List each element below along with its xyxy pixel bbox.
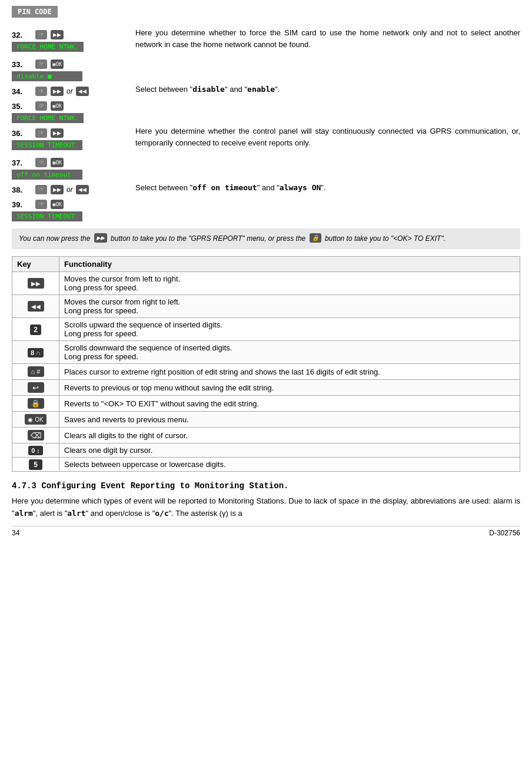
hand-icon-34: ☞ xyxy=(35,87,47,96)
func-cell-ok: Saves and reverts to previous menu. xyxy=(59,412,520,428)
step-35-screen: FORCE HOME NTWK. xyxy=(12,112,129,124)
step-34-num-row: 34. ☞ or xyxy=(12,86,129,96)
table-row: 8 ∩ Scrolls downward the sequence of ins… xyxy=(12,341,520,364)
table-row: ⌂ # Places cursor to extreme right posit… xyxy=(12,364,520,380)
step-34-num: 34. xyxy=(12,86,32,96)
table-row: 2 Scrolls upward the sequence of inserte… xyxy=(12,318,520,341)
key-icon-8[interactable]: 8 ∩ xyxy=(28,348,44,357)
arrow-right-note[interactable] xyxy=(94,233,107,243)
step-36-group: 36. ☞ SESSION TIMEOUT Here you determine… xyxy=(12,125,520,151)
step-36-desc: Here you determine whether the control p… xyxy=(129,125,520,151)
note-text-part3: button to take you to "<OK> TO EXIT". xyxy=(325,233,445,244)
table-header-functionality: Functionality xyxy=(59,257,520,272)
step-35-num: 35. xyxy=(12,101,32,111)
step-32-group: 32. ☞ FORCE HOME NTWK. Here you determin… xyxy=(12,27,520,53)
ok-icon-39[interactable]: ◉OK xyxy=(51,200,64,209)
step-32-left: 32. ☞ FORCE HOME NTWK. xyxy=(12,27,129,53)
step-39-num: 39. xyxy=(12,199,32,209)
page-number: 34 xyxy=(12,529,19,537)
step-37-left: 37. ☞ ◉OK off on timeout xyxy=(12,155,129,181)
section-heading: 4.7.3 Configuring Event Reporting to Mon… xyxy=(12,481,520,491)
func-cell-0: Clears one digit by cursor. xyxy=(59,443,520,458)
ok-icon-33[interactable]: ◉OK xyxy=(51,59,64,69)
table-row: 0 ↕ Clears one digit by cursor. xyxy=(12,443,520,458)
func-cell-5: Selects between uppercase or lowercase d… xyxy=(59,458,520,472)
arrow-right-icon-36[interactable] xyxy=(51,128,64,138)
step-33-group: 33. ☞ ◉OK disable ■ xyxy=(12,57,520,82)
hand-icon-33: ☞ xyxy=(35,59,47,69)
table-header-key: Key xyxy=(12,257,59,272)
step-37-num: 37. xyxy=(12,157,32,167)
step-34-left: 34. ☞ or xyxy=(12,84,129,97)
key-cell-0: 0 ↕ xyxy=(12,443,59,458)
note-text-part2: button to take you to the "GPRS REPORT" … xyxy=(111,233,305,244)
arrow-right-icon-38[interactable] xyxy=(51,185,64,194)
ok-icon-35[interactable]: ◉OK xyxy=(51,101,64,111)
key-cell-hash: ⌂ # xyxy=(12,364,59,380)
key-icon-ok[interactable]: ◉ OK xyxy=(25,414,46,425)
func-cell-hash: Places cursor to extreme right position … xyxy=(59,364,520,380)
key-icon-back[interactable]: ↩ xyxy=(28,382,44,393)
lock-icon-note[interactable]: 🔒 xyxy=(310,233,321,243)
step-36-left: 36. ☞ SESSION TIMEOUT xyxy=(12,125,129,151)
ok-icon-37[interactable]: ◉OK xyxy=(51,158,64,167)
arrow-right-icon-34[interactable] xyxy=(51,87,64,96)
hand-icon-32: ☞ xyxy=(35,30,47,39)
step-33-num: 33. xyxy=(12,59,32,69)
hand-icon-38: ☞ xyxy=(35,185,47,194)
arrow-left-icon-38[interactable] xyxy=(76,185,89,194)
table-row: ⌫ Clears all digits to the right of curs… xyxy=(12,428,520,443)
key-cell-8: 8 ∩ xyxy=(12,341,59,364)
step-38-desc: Select between "off on timeout" and "alw… xyxy=(129,182,520,196)
or-label-38: or xyxy=(66,186,73,194)
func-cell-clear-right: Clears all digits to the right of cursor… xyxy=(59,428,520,443)
func-cell-8: Scrolls downward the sequence of inserte… xyxy=(59,341,520,364)
key-icon-hash[interactable]: ⌂ # xyxy=(28,366,44,377)
key-cell-back: ↩ xyxy=(12,380,59,396)
step-38-num-row: 38. ☞ or xyxy=(12,184,129,194)
step-38-left: 38. ☞ or xyxy=(12,182,129,196)
step-37-num-row: 37. ☞ ◉OK xyxy=(12,157,129,167)
table-row: ◀◀ Moves the cursor from right to left.L… xyxy=(12,295,520,318)
step-33-left: 33. ☞ ◉OK disable ■ xyxy=(12,57,129,82)
key-icon-arrow-right[interactable]: ▶▶ xyxy=(28,278,44,289)
key-icon-2[interactable]: 2 xyxy=(30,324,41,335)
key-icon-arrow-left[interactable]: ◀◀ xyxy=(28,301,44,312)
key-cell-clear-right: ⌫ xyxy=(12,428,59,443)
table-row: 🔒 Reverts to "<OK> TO EXIT" without savi… xyxy=(12,396,520,412)
step-38-num: 38. xyxy=(12,184,32,194)
key-cell-lock: 🔒 xyxy=(12,396,59,412)
step-32-num-row: 32. ☞ xyxy=(12,29,129,39)
step-32-screen: FORCE HOME NTWK. xyxy=(12,41,129,53)
func-cell-back: Reverts to previous or top menu without … xyxy=(59,380,520,396)
step-39-group: 39. ☞ ◉OK SESSION TIMEOUT xyxy=(12,197,520,223)
footer-row: 34 D-302756 xyxy=(12,526,520,537)
step-33-num-row: 33. ☞ ◉OK xyxy=(12,59,129,69)
key-icon-clear-right[interactable]: ⌫ xyxy=(28,430,44,441)
note-box: You can now press the button to take you… xyxy=(12,228,520,249)
step-34-group: 34. ☞ or Select between "disable" and "e… xyxy=(12,84,520,97)
table-row: ↩ Reverts to previous or top menu withou… xyxy=(12,380,520,396)
key-cell-5: 5 xyxy=(12,458,59,472)
key-cell-ok: ◉ OK xyxy=(12,412,59,428)
key-icon-0[interactable]: 0 ↕ xyxy=(28,446,43,455)
arrow-right-icon-32[interactable] xyxy=(51,30,64,39)
step-35-group: 35. ☞ ◉OK FORCE HOME NTWK. xyxy=(12,98,520,124)
step-33-screen: disable ■ xyxy=(12,70,129,82)
table-row: 5 Selects between uppercase or lowercase… xyxy=(12,458,520,472)
key-icon-lock[interactable]: 🔒 xyxy=(28,398,44,409)
step-32-num: 32. xyxy=(12,29,32,39)
step-36-screen: SESSION TIMEOUT xyxy=(12,139,129,151)
section-body: Here you determine which types of event … xyxy=(12,495,520,520)
key-cell-2: 2 xyxy=(12,318,59,341)
pin-code-header: PIN CODE xyxy=(12,6,58,18)
func-cell-arrow-right: Moves the cursor from left to right.Long… xyxy=(59,272,520,295)
step-38-group: 38. ☞ or Select between "off on timeout"… xyxy=(12,182,520,196)
table-row: ▶▶ Moves the cursor from left to right.L… xyxy=(12,272,520,295)
arrow-left-icon-34[interactable] xyxy=(76,87,89,96)
note-text-part1: You can now press the xyxy=(19,233,90,244)
key-cell-arrow-right: ▶▶ xyxy=(12,272,59,295)
hand-icon-39: ☞ xyxy=(35,200,47,209)
step-34-desc: Select between "disable" and "enable". xyxy=(129,84,520,97)
key-icon-5[interactable]: 5 xyxy=(29,459,42,470)
